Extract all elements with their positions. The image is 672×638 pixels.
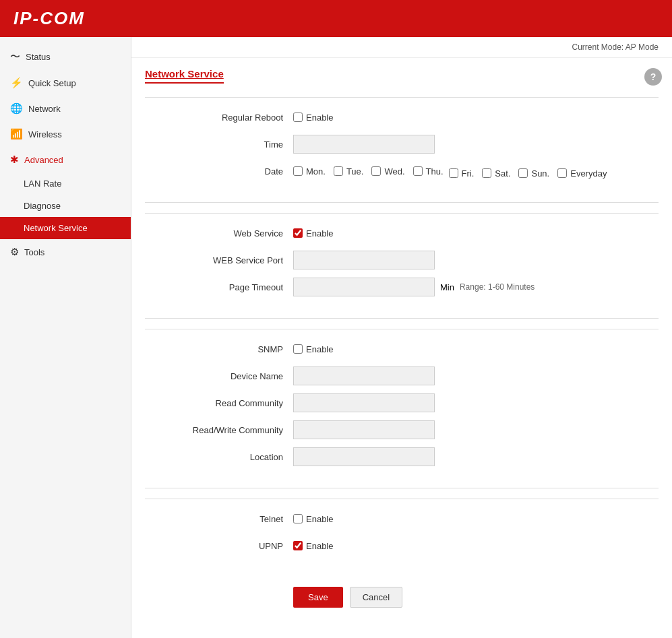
section-regular-reboot: Regular Reboot Enable Time 23:59 <box>145 97 659 199</box>
day-tue[interactable]: Tue. <box>334 166 364 177</box>
current-mode: Current Mode: AP Mode <box>572 42 659 52</box>
regular-reboot-checkbox[interactable] <box>293 113 303 122</box>
page-timeout-control: 5 Min Range: 1-60 Minutes <box>293 278 534 296</box>
logo: IP-COM <box>13 8 85 29</box>
read-write-community-label: Read/Write Community <box>145 425 293 435</box>
sidebar: 〜 Status ⚡ Quick Setup 🌐 Network 📶 Wirel… <box>0 37 131 638</box>
day-mon[interactable]: Mon. <box>293 166 326 177</box>
web-service-control: Enable <box>293 228 333 238</box>
sidebar-item-advanced[interactable]: ✱ Advanced <box>0 147 131 172</box>
time-label: Time <box>145 139 293 150</box>
section-telnet-upnp: Telnet Enable UPNP Enable <box>145 499 659 573</box>
web-service-label: Web Service <box>145 228 293 238</box>
quick-setup-icon: ⚡ <box>10 77 23 89</box>
status-icon: 〜 <box>10 51 20 63</box>
web-service-checkbox[interactable] <box>293 228 303 238</box>
checkbox-sat[interactable] <box>482 168 491 178</box>
upnp-row: UPNP Enable <box>145 536 659 555</box>
snmp-control: Enable <box>293 344 333 354</box>
day-sat[interactable]: Sat. <box>482 168 510 179</box>
checkbox-thu[interactable] <box>413 166 423 176</box>
day-fri-label: Fri. <box>462 168 475 179</box>
telnet-enable[interactable]: Enable <box>293 514 333 524</box>
sidebar-item-tools[interactable]: ⚙ Tools <box>0 239 131 265</box>
sidebar-item-wireless[interactable]: 📶 Wireless <box>0 121 131 147</box>
day-sun[interactable]: Sun. <box>518 168 549 179</box>
upnp-label: UPNP <box>145 541 293 551</box>
sidebar-item-network[interactable]: 🌐 Network <box>0 96 131 121</box>
day-everyday[interactable]: Everyday <box>557 168 607 179</box>
read-write-community-input[interactable]: private <box>293 420 435 439</box>
checkbox-tue[interactable] <box>334 166 343 176</box>
cancel-button[interactable]: Cancel <box>350 587 402 608</box>
telnet-checkbox[interactable] <box>293 514 303 523</box>
day-mon-label: Mon. <box>306 166 326 177</box>
sidebar-item-quick-setup[interactable]: ⚡ Quick Setup <box>0 70 131 96</box>
help-button[interactable]: ? <box>644 68 662 86</box>
sidebar-item-label: Tools <box>24 247 44 257</box>
time-row: Time 23:59 <box>145 135 659 154</box>
upnp-checkbox[interactable] <box>293 541 303 550</box>
sidebar-sub-item-network-service[interactable]: Network Service <box>0 217 131 239</box>
checkbox-sun[interactable] <box>518 168 528 178</box>
web-port-input[interactable]: 80 <box>293 251 435 269</box>
checkbox-mon[interactable] <box>293 166 303 176</box>
timeout-unit: Min <box>440 282 454 292</box>
upnp-enable[interactable]: Enable <box>293 541 333 551</box>
page-title: Network Service <box>145 68 224 84</box>
checkbox-everyday[interactable] <box>557 168 567 178</box>
sidebar-item-status[interactable]: 〜 Status <box>0 44 131 70</box>
location-input[interactable]: ShenZhen <box>293 447 435 466</box>
divider-3 <box>145 488 659 488</box>
day-sun-label: Sun. <box>531 168 549 179</box>
regular-reboot-enable[interactable]: Enable <box>293 113 333 123</box>
section-snmp: SNMP Enable Device Name Read C <box>145 329 659 484</box>
device-name-row: Device Name <box>145 366 659 385</box>
section-web-service: Web Service Enable WEB Service Port 80 <box>145 213 659 315</box>
save-button[interactable]: Save <box>293 587 343 608</box>
date-checkboxes-row2: Fri. Sat. Sun. Everyday <box>449 168 607 179</box>
date-checkboxes-row1: Mon. Tue. Wed. Thu. <box>293 166 444 177</box>
day-wed-label: Wed. <box>384 166 404 177</box>
network-icon: 🌐 <box>10 102 23 115</box>
regular-reboot-label: Regular Reboot <box>145 113 293 123</box>
day-fri[interactable]: Fri. <box>449 168 475 179</box>
main-content: Current Mode: AP Mode ? Network Service … <box>131 37 672 638</box>
read-write-community-control: private <box>293 420 435 439</box>
content-area: ? Network Service Regular Reboot Enable … <box>131 58 672 628</box>
read-community-input[interactable]: public <box>293 393 435 412</box>
day-wed[interactable]: Wed. <box>371 166 404 177</box>
read-write-community-row: Read/Write Community private <box>145 420 659 439</box>
time-input[interactable]: 23:59 <box>293 135 435 154</box>
date-label: Date <box>145 166 293 177</box>
web-service-enable[interactable]: Enable <box>293 228 333 238</box>
read-community-row: Read Community public <box>145 393 659 412</box>
checkbox-fri[interactable] <box>449 168 458 178</box>
sidebar-item-label: Quick Setup <box>28 78 76 88</box>
telnet-label: Telnet <box>145 514 293 524</box>
regular-reboot-control: Enable <box>293 113 333 123</box>
device-name-input[interactable] <box>293 366 435 385</box>
snmp-enable[interactable]: Enable <box>293 344 333 354</box>
date-control: Mon. Tue. Wed. Thu. Fri. Sat. Sun. Every… <box>293 164 607 179</box>
web-port-row: WEB Service Port 80 <box>145 251 659 269</box>
sidebar-sub-item-diagnose[interactable]: Diagnose <box>0 195 131 217</box>
checkbox-wed[interactable] <box>371 166 381 176</box>
snmp-row: SNMP Enable <box>145 340 659 358</box>
sidebar-sub-item-lan-rate[interactable]: LAN Rate <box>0 172 131 195</box>
day-thu[interactable]: Thu. <box>413 166 444 177</box>
button-row: Save Cancel <box>145 577 659 618</box>
tools-icon: ⚙ <box>10 246 19 258</box>
snmp-checkbox[interactable] <box>293 344 303 354</box>
read-community-control: public <box>293 393 435 412</box>
day-tue-label: Tue. <box>346 166 364 177</box>
telnet-row: Telnet Enable <box>145 509 659 528</box>
page-timeout-label: Page Timeout <box>145 282 293 292</box>
timeout-hint: Range: 1-60 Minutes <box>460 282 534 292</box>
device-name-control <box>293 366 435 385</box>
upnp-control: Enable <box>293 541 333 551</box>
top-bar: Current Mode: AP Mode <box>131 37 672 58</box>
snmp-enable-label: Enable <box>306 344 333 354</box>
page-timeout-input[interactable]: 5 <box>293 278 435 296</box>
upnp-enable-label: Enable <box>306 541 333 551</box>
